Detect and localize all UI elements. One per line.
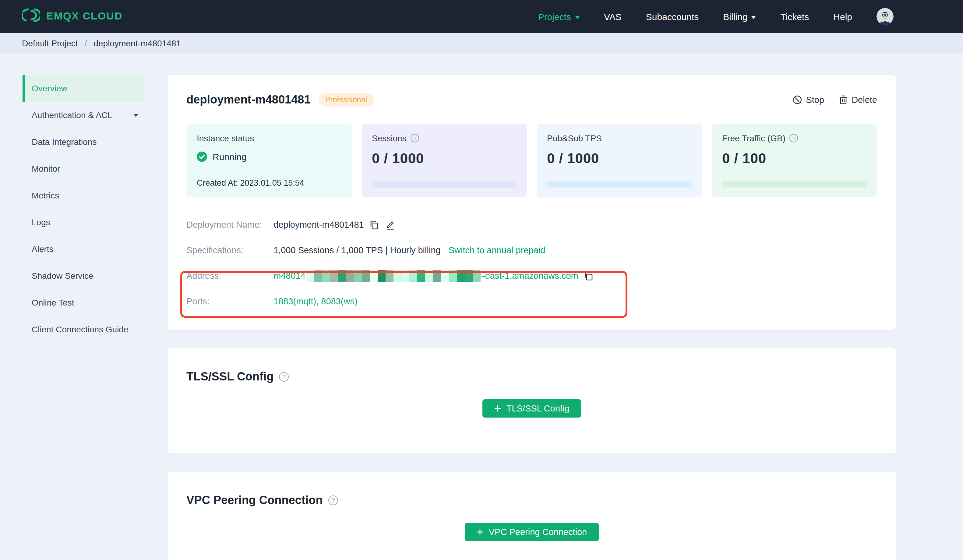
vpc-section-title: VPC Peering Connection [186, 494, 323, 507]
ports-label: Ports: [186, 296, 274, 306]
tps-progress-bar [547, 181, 692, 188]
trash-icon [839, 95, 848, 105]
deployment-overview-card: deployment-m4801481 Professional Stop [167, 75, 896, 330]
tls-section-title: TLS/SSL Config [186, 370, 274, 384]
stat-value: 0 / 100 [722, 151, 867, 167]
deployment-actions: Stop [793, 95, 877, 105]
address-redacted [307, 270, 481, 282]
created-at-text: Created At: 2023.01.05 15:54 [197, 178, 341, 188]
emqx-logo-icon [22, 7, 40, 26]
stat-card-sessions: Sessions 0 / 1000 [362, 124, 527, 197]
stop-button[interactable]: Stop [793, 95, 824, 105]
help-icon[interactable] [328, 495, 338, 505]
stat-label: Pub&Sub TPS [547, 133, 602, 143]
sidebar: Overview Authentication & ACL Data Integ… [0, 53, 167, 343]
vpc-peering-card: VPC Peering Connection VPC Peering Conne… [167, 472, 896, 560]
brand-name: EMQX CLOUD [46, 10, 122, 23]
plus-icon [477, 528, 484, 536]
stat-label: Instance status [197, 133, 254, 143]
specifications-label: Specifications: [186, 245, 274, 255]
address-label: Address: [186, 271, 274, 281]
tls-ssl-config-card: TLS/SSL Config TLS/SSL Config [167, 348, 896, 453]
add-tls-ssl-config-button[interactable]: TLS/SSL Config [483, 399, 581, 418]
stat-card-free-traffic: Free Traffic (GB) 0 / 100 [712, 124, 877, 197]
copy-icon[interactable] [370, 219, 379, 230]
help-icon[interactable] [279, 372, 289, 382]
sidebar-item-authentication-acl[interactable]: Authentication & ACL [23, 102, 144, 128]
address-suffix: -east-1.amazonaws.com [482, 271, 578, 281]
chevron-down-icon [751, 16, 756, 19]
deployment-title-row: deployment-m4801481 Professional Stop [186, 93, 877, 107]
nav-item-vas[interactable]: VAS [604, 11, 622, 22]
deployment-name-row: Deployment Name: deployment-m4801481 [186, 212, 877, 237]
switch-annual-prepaid-link[interactable]: Switch to annual prepaid [449, 245, 545, 255]
ports-value: 1883(mqtt), 8083(ws) [274, 296, 358, 306]
nav-item-subaccounts[interactable]: Subaccounts [646, 11, 699, 22]
sidebar-item-metrics[interactable]: Metrics [23, 182, 144, 209]
copy-icon[interactable] [584, 270, 593, 281]
status-badge: Running [212, 152, 247, 162]
main-content: deployment-m4801481 Professional Stop [167, 75, 896, 560]
stat-card-pubsub-tps: Pub&Sub TPS 0 / 1000 [537, 124, 702, 197]
add-vpc-peering-button[interactable]: VPC Peering Connection [465, 523, 598, 541]
stat-card-instance-status: Instance status Running Created A [186, 124, 352, 197]
stats-row: Instance status Running Created A [186, 124, 877, 197]
plan-badge: Professional [319, 93, 374, 107]
sidebar-item-logs[interactable]: Logs [23, 209, 144, 236]
breadcrumb-separator: / [78, 38, 94, 48]
edit-icon[interactable] [385, 219, 395, 230]
deployment-info: Deployment Name: deployment-m4801481 [186, 212, 877, 314]
deployment-name-value: deployment-m4801481 [274, 220, 364, 230]
nav-item-tickets[interactable]: Tickets [780, 11, 809, 22]
stop-icon [793, 95, 802, 105]
nav-item-billing[interactable]: Billing [723, 11, 756, 22]
stat-value: 0 / 1000 [372, 151, 517, 167]
plus-icon [494, 405, 502, 412]
navbar-menu: Projects VAS Subaccounts Billing Tickets… [538, 8, 893, 25]
sidebar-item-online-test[interactable]: Online Test [23, 289, 144, 316]
stat-value: 0 / 1000 [547, 151, 692, 167]
sidebar-item-client-connections-guide[interactable]: Client Connections Guide [23, 316, 144, 343]
ports-row: Ports: 1883(mqtt), 8083(ws) [186, 288, 877, 314]
help-icon[interactable] [411, 134, 419, 142]
page-body: Overview Authentication & ACL Data Integ… [0, 53, 963, 560]
stat-label: Free Traffic (GB) [722, 133, 785, 143]
sidebar-item-overview[interactable]: Overview [23, 75, 144, 102]
address-row: Address: m48014 -east-1.amazonaws.com [186, 263, 877, 288]
nav-item-projects[interactable]: Projects [538, 11, 580, 22]
nav-item-help[interactable]: Help [833, 11, 852, 22]
status-check-icon [197, 152, 207, 162]
breadcrumb: Default Project / deployment-m4801481 [0, 33, 963, 53]
specifications-value: 1,000 Sessions / 1,000 TPS | Hourly bill… [274, 245, 441, 255]
brand-logo[interactable]: EMQX CLOUD [22, 7, 122, 26]
traffic-progress-bar [722, 181, 867, 188]
deployment-title: deployment-m4801481 [186, 93, 311, 107]
chevron-down-icon [133, 113, 138, 117]
sidebar-item-alerts[interactable]: Alerts [23, 236, 144, 262]
sidebar-item-monitor[interactable]: Monitor [23, 155, 144, 182]
breadcrumb-deployment: deployment-m4801481 [94, 38, 181, 48]
breadcrumb-project[interactable]: Default Project [22, 38, 78, 48]
chevron-down-icon [575, 16, 580, 19]
help-icon[interactable] [790, 134, 798, 142]
sessions-progress-bar [372, 181, 517, 188]
delete-button[interactable]: Delete [839, 95, 877, 105]
sidebar-item-shadow-service[interactable]: Shadow Service [23, 262, 144, 289]
top-navbar: EMQX CLOUD Projects VAS Subaccounts Bill… [0, 0, 963, 33]
sidebar-item-data-integrations[interactable]: Data Integrations [23, 128, 144, 155]
deployment-name-label: Deployment Name: [186, 220, 274, 230]
specifications-row: Specifications: 1,000 Sessions / 1,000 T… [186, 237, 877, 263]
user-avatar[interactable] [877, 8, 893, 25]
stat-label: Sessions [372, 133, 407, 143]
app-viewport: EMQX CLOUD Projects VAS Subaccounts Bill… [0, 0, 963, 560]
address-prefix: m48014 [274, 271, 305, 281]
